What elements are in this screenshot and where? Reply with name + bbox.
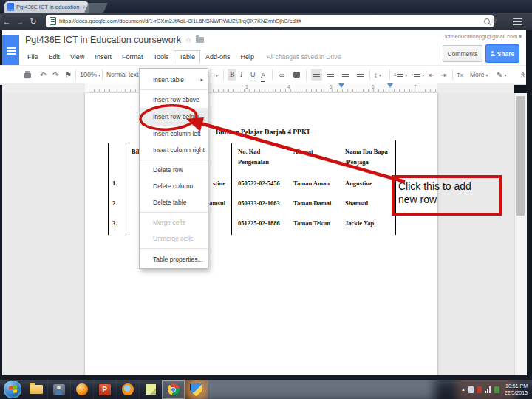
taskbar-security-alert[interactable] (185, 380, 208, 399)
col-header-id: No. Kad (238, 148, 260, 155)
redo-icon[interactable]: ↷ (52, 69, 58, 81)
reload-icon[interactable]: ↻ (27, 18, 40, 26)
align-right-button[interactable] (342, 69, 349, 81)
zoom-select[interactable]: 100%▾ (80, 69, 100, 81)
menu-item-insert-row-below[interactable]: Insert row below (140, 108, 208, 126)
search-icon[interactable] (484, 18, 490, 24)
comments-button[interactable]: Comments (443, 45, 482, 62)
star-doc-icon[interactable]: ☆ (185, 36, 191, 44)
menu-format[interactable]: Format (117, 50, 149, 64)
doc-title[interactable]: Pgt436E ICT in Education coursework (25, 35, 181, 45)
row-id: 051225-02-1886 (238, 219, 280, 227)
taskbar-sticky-notes[interactable] (139, 380, 163, 399)
share-button[interactable]: Share (485, 44, 519, 63)
address-bar[interactable]: https://docs.google.com/document/d/1-rOX… (46, 15, 494, 27)
menu-insert[interactable]: Insert (89, 50, 117, 64)
back-icon[interactable]: ← (0, 18, 13, 26)
align-left-button[interactable] (311, 69, 322, 81)
docs-home-icon[interactable] (2, 35, 19, 66)
row-num: 3. (112, 219, 117, 227)
menu-table[interactable]: Table (174, 50, 200, 64)
table-border (108, 143, 109, 235)
taskbar-firefox[interactable] (116, 380, 140, 399)
powerpoint-icon: P (99, 384, 111, 395)
account-email[interactable]: ictineducationpgt@gmail.com ▾ (445, 33, 522, 40)
insert-link-icon[interactable]: ∞ (279, 69, 284, 81)
indent-marker-right[interactable] (387, 83, 393, 88)
new-tab-button[interactable] (84, 3, 108, 13)
italic-button[interactable]: I (240, 69, 242, 81)
style-select[interactable]: Normal text (106, 69, 138, 81)
browser-tab[interactable]: Pgt436E ICT in education × (4, 1, 89, 13)
line-spacing-icon[interactable]: ↕▾ (374, 69, 381, 81)
taskbar-orange-app[interactable] (70, 380, 94, 399)
font-size-partial[interactable]: – (210, 69, 214, 81)
align-justify-button[interactable] (357, 69, 364, 81)
col-header-guardian: Nama Ibu Bapa (345, 148, 388, 155)
menu-item-insert-table[interactable]: Insert table▸ (140, 72, 208, 88)
chrome-icon (168, 383, 180, 395)
taskbar-file-explorer[interactable] (24, 380, 48, 399)
more-button[interactable]: More▾ (470, 69, 488, 81)
bulleted-list-button[interactable]: •▾ (412, 69, 424, 81)
clear-formatting-icon[interactable]: Tx (457, 69, 463, 81)
security-shield-icon (190, 383, 202, 397)
menu-item-merge-cells: Merge cells (140, 214, 208, 231)
forward-icon[interactable]: → (13, 18, 27, 26)
antivirus-tray-icon[interactable] (494, 386, 499, 393)
chrome-menu-icon[interactable] (513, 18, 522, 19)
row-address: Taman Tekun (293, 219, 330, 227)
menu-item-insert-column-left[interactable]: Insert column left (140, 126, 208, 142)
menu-item-delete-row[interactable]: Delete row (140, 162, 208, 178)
menu-help[interactable]: Help (235, 50, 259, 64)
network-signal-icon[interactable] (485, 386, 491, 393)
person-icon (491, 51, 495, 56)
scrollbar-thumb[interactable] (516, 96, 525, 216)
tray-expand-icon[interactable]: ▲ (461, 387, 466, 392)
table-border (129, 143, 129, 235)
menu-file[interactable]: File (22, 50, 44, 64)
collapse-toolbar-icon[interactable]: ≪ (514, 72, 526, 78)
table-dropdown-menu: Insert table▸ Insert row above Insert ro… (139, 68, 208, 269)
bluetooth-tray-icon[interactable] (468, 386, 474, 393)
taskbar-user-app[interactable] (47, 380, 71, 399)
taskbar-powerpoint[interactable]: P (93, 380, 117, 399)
indent-icon[interactable]: ⇥ (440, 69, 446, 81)
move-folder-icon[interactable] (196, 37, 204, 43)
insert-comment-icon[interactable] (293, 69, 300, 81)
row-guardian-with-cursor: Jackie Yap (345, 219, 375, 227)
edit-mode-pencil-icon[interactable]: ✎▾ (497, 69, 506, 81)
underline-button[interactable]: U (250, 69, 256, 81)
numbered-list-button[interactable]: 1▾ (394, 69, 407, 81)
taskbar-clock[interactable]: 10:51 PM 22/5/2015 (505, 383, 528, 396)
menu-item-insert-column-right[interactable]: Insert column right (140, 142, 208, 158)
menu-edit[interactable]: Edit (44, 50, 66, 64)
menu-item-table-properties[interactable]: Table properties... (140, 251, 208, 267)
paint-format-icon[interactable]: ⚑ (65, 69, 72, 81)
font-size-caret-icon[interactable]: ▾ (216, 69, 218, 81)
print-icon[interactable] (24, 69, 31, 81)
menu-item-delete-table[interactable]: Delete table (140, 194, 208, 211)
text-color-button[interactable]: A (261, 69, 265, 82)
screen: Pgt436E ICT in education × ← → ↻ https:/… (0, 0, 532, 399)
menu-tools[interactable]: Tools (148, 50, 174, 64)
start-button[interactable] (4, 381, 21, 398)
url-text[interactable]: https://docs.google.com/document/d/1-rOX… (59, 18, 481, 24)
undo-icon[interactable]: ↶ (40, 69, 46, 81)
row-num: 2. (112, 200, 117, 207)
menu-view[interactable]: View (65, 50, 89, 64)
ruler: 1 2 3 4 5 6 7 (2, 83, 514, 94)
bold-button[interactable]: B (228, 69, 236, 81)
doc-title-row: Pgt436E ICT in Education coursework ☆ (25, 35, 204, 45)
taskbar-chrome-active[interactable] (162, 380, 185, 399)
outdent-icon[interactable]: ⇤ (429, 69, 434, 81)
tab-title: Pgt436E ICT in education (16, 4, 80, 10)
menu-item-delete-column[interactable]: Delete column (140, 178, 208, 194)
indent-marker-left[interactable] (338, 83, 344, 88)
bookmark-star-icon[interactable]: ☆ (491, 16, 497, 24)
menu-item-insert-row-above[interactable]: Insert row above (140, 92, 208, 108)
align-center-button[interactable] (327, 69, 334, 81)
doc-table-title: Butiran Pelajar Darjah 4 PPKI (216, 129, 310, 136)
alert-tray-icon[interactable] (477, 386, 482, 393)
menu-addons[interactable]: Add-ons (200, 50, 236, 64)
